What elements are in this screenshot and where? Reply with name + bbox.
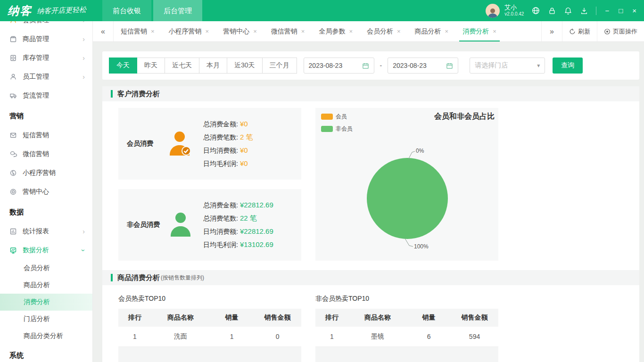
close-icon[interactable]: ×	[349, 28, 353, 35]
date-to-input[interactable]: 2023-08-23	[388, 58, 458, 74]
legend-member-swatch	[321, 114, 333, 120]
report-icon	[9, 228, 18, 235]
tab-miniprogram-marketing[interactable]: 小程序营销 ×	[162, 21, 216, 41]
wechat-icon	[9, 150, 18, 158]
top-navigation: 前台收银 后台管理	[102, 0, 204, 21]
tab-member-analysis[interactable]: 会员分析 ×	[360, 21, 408, 41]
sidebar-item-sms-marketing[interactable]: 短信营销	[0, 126, 92, 145]
member-top10-table: 排行 商品名称 销量 销售金额 1 洗面 1 0	[118, 309, 301, 362]
legend-nonmember[interactable]: 非会员	[321, 125, 353, 133]
bell-icon[interactable]	[564, 7, 572, 15]
close-button[interactable]: ×	[631, 7, 637, 15]
quick-range-group: 今天 昨天 近七天 本月 近30天 三个月	[109, 58, 297, 74]
tab-label: 消费分析	[462, 27, 489, 36]
tab-global-params[interactable]: 全局参数 ×	[312, 21, 360, 41]
sidebar-item-label: 数据分析	[23, 246, 49, 255]
sidebar-item-statistics-report[interactable]: 统计报表 ›	[0, 222, 92, 241]
store-select-placeholder: 请选择门店	[475, 61, 508, 70]
store-select[interactable]: 请选择门店 ▾	[470, 58, 545, 74]
member-icon	[9, 21, 18, 24]
page-ops-button[interactable]: 页面操作	[597, 21, 644, 41]
column-header: 排行	[118, 309, 151, 327]
sidebar-subitem-consumption-analysis[interactable]: 消费分析	[0, 294, 92, 311]
app-version: v2.0.0.42	[504, 11, 524, 17]
close-icon[interactable]: ×	[445, 28, 449, 35]
avatar[interactable]	[486, 4, 500, 18]
search-button[interactable]: 查询	[553, 58, 583, 74]
range-thismonth-button[interactable]: 本月	[199, 58, 227, 74]
close-icon[interactable]: ×	[493, 28, 496, 35]
sidebar-item-label: 短信营销	[23, 131, 49, 140]
nav-front-cashier[interactable]: 前台收银	[102, 0, 151, 21]
pie-label-member-percent: 0%	[416, 148, 424, 154]
sidebar-item-member-mgmt[interactable]: 会员管理 ›	[0, 21, 92, 30]
tab-sms-marketing[interactable]: 短信营销 ×	[114, 21, 162, 41]
sidebar-subitem-product-analysis[interactable]: 商品分析	[0, 277, 92, 294]
column-header: 销量	[407, 309, 451, 327]
close-icon[interactable]: ×	[151, 28, 155, 35]
legend-nonmember-label: 非会员	[336, 125, 353, 133]
sidebar-subitem-category-analysis[interactable]: 商品分类分析	[0, 328, 92, 345]
range-yesterday-button[interactable]: 昨天	[137, 58, 165, 74]
tab-product-analysis[interactable]: 商品分析 ×	[408, 21, 456, 41]
range-last7days-button[interactable]: 近七天	[165, 58, 199, 74]
download-icon[interactable]	[580, 7, 588, 15]
sidebar-item-marketing-center[interactable]: 营销中心	[0, 182, 92, 201]
table-header-row: 排行 商品名称 销量 销售金额	[118, 309, 301, 327]
tab-actions: » 刷新 页面操作	[541, 21, 644, 41]
sidebar-section-system: 系统	[0, 346, 92, 362]
section-subtitle: (按销售数量排列)	[161, 274, 204, 282]
close-icon[interactable]: ×	[253, 28, 257, 35]
app-logo: 纳客	[8, 3, 32, 18]
member-top10-block: 会员热卖TOP10 排行 商品名称 销量 销售金额 1	[118, 291, 301, 362]
tab-consumption-analysis[interactable]: 消费分析 ×	[455, 21, 504, 41]
sidebar-subitem-store-analysis[interactable]: 门店分析	[0, 311, 92, 328]
sidebar-item-label: 员工管理	[23, 73, 49, 81]
close-icon[interactable]: ×	[301, 28, 305, 35]
sidebar-item-wechat-marketing[interactable]: 微信营销	[0, 145, 92, 164]
sidebar-item-goods-mgmt[interactable]: 商品管理 ›	[0, 30, 92, 49]
sidebar-item-label: 会员管理	[23, 21, 49, 25]
sidebar-item-data-analysis[interactable]: 数据分析 ›	[0, 241, 92, 260]
tabs-scroll-left[interactable]: «	[93, 21, 114, 41]
section-accent-bar	[111, 274, 113, 281]
globe-icon[interactable]	[531, 6, 540, 15]
lock-icon[interactable]	[548, 7, 556, 15]
close-icon[interactable]: ×	[206, 28, 209, 35]
sidebar-item-label: 货流管理	[23, 91, 49, 100]
table-row: 1 洗面 1 0	[118, 327, 301, 346]
range-last30days-button[interactable]: 近30天	[227, 58, 263, 74]
tab-label: 营销中心	[223, 27, 249, 36]
member-top10-title: 会员热卖TOP10	[118, 295, 301, 303]
refresh-button[interactable]: 刷新	[562, 21, 597, 41]
sidebar-item-staff-mgmt[interactable]: 员工管理 ›	[0, 67, 92, 86]
sidebar-item-inventory-mgmt[interactable]: 库存管理 ›	[0, 49, 92, 67]
page-ops-label: 页面操作	[613, 27, 637, 36]
stat-value: 22 笔	[240, 214, 257, 223]
stat-label: 总消费金额:	[203, 201, 238, 210]
range-3months-button[interactable]: 三个月	[262, 58, 297, 74]
cell-sales-amount: 594	[451, 327, 498, 346]
chevron-right-icon: ›	[83, 21, 85, 24]
tabs-scroll-right[interactable]: »	[541, 21, 562, 41]
sidebar: 会员管理 › 商品管理 › 库存管理 › 员工管理 › 货流管理 营销 短信营销…	[0, 21, 93, 362]
minimize-button[interactable]: −	[604, 7, 610, 15]
sidebar-section-marketing: 营销	[0, 106, 92, 126]
tab-wechat-marketing[interactable]: 微信营销 ×	[264, 21, 312, 41]
sidebar-subitem-member-analysis[interactable]: 会员分析	[0, 260, 92, 277]
tab-marketing-center[interactable]: 营销中心 ×	[216, 21, 264, 41]
date-from-input[interactable]: 2023-08-23	[304, 58, 374, 74]
legend-member[interactable]: 会员	[321, 113, 353, 121]
tab-label: 会员分析	[367, 27, 393, 36]
stat-value: ¥0	[240, 159, 248, 167]
sidebar-item-miniprogram-marketing[interactable]: 小程序营销	[0, 164, 92, 182]
cell-rank: 1	[315, 327, 348, 346]
tab-label: 短信营销	[121, 27, 147, 36]
close-icon[interactable]: ×	[397, 28, 401, 35]
range-today-button[interactable]: 今天	[109, 58, 137, 74]
stat-label: 日均消费额:	[203, 228, 238, 236]
maximize-button[interactable]: □	[618, 7, 624, 15]
nav-backend-admin[interactable]: 后台管理	[153, 0, 202, 21]
calendar-icon	[362, 62, 369, 69]
sidebar-item-logistics-mgmt[interactable]: 货流管理	[0, 86, 92, 105]
